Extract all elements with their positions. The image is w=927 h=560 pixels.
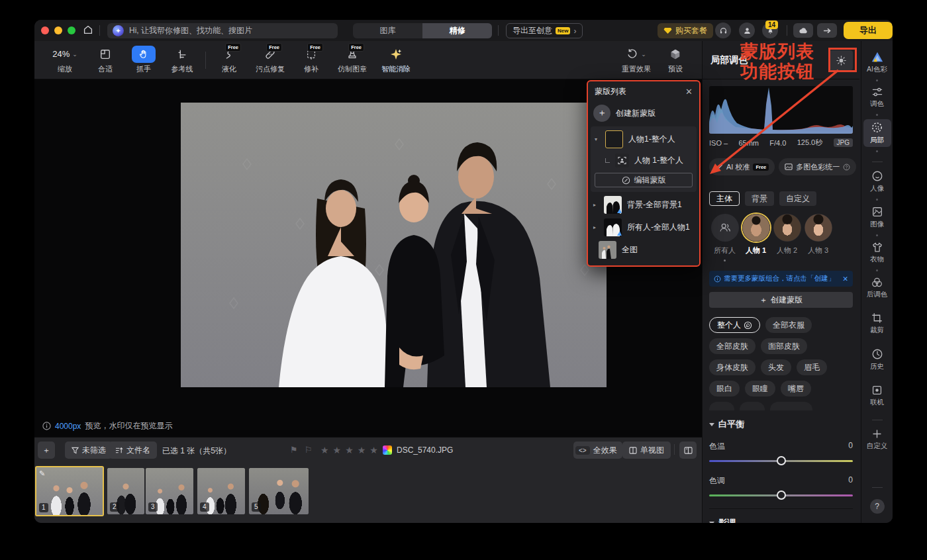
home-icon[interactable] bbox=[82, 24, 94, 38]
temp-slider-knob[interactable] bbox=[777, 456, 786, 465]
person-2-avatar[interactable] bbox=[773, 214, 801, 242]
sidebar-item-history[interactable]: 历史 bbox=[863, 346, 891, 373]
chip-lips[interactable]: 嘴唇 bbox=[781, 381, 811, 397]
sidebar-item-image[interactable]: 图像 bbox=[863, 204, 891, 231]
reset-effects-button[interactable]: ⌄ 重置效果 bbox=[614, 46, 658, 74]
support-button[interactable] bbox=[715, 23, 731, 38]
mask-group-row[interactable]: ▾ 人物1-整个人 bbox=[591, 128, 697, 150]
all-effects-toggle[interactable]: <> 全效果 bbox=[573, 442, 622, 459]
person-all[interactable]: 所有人 bbox=[709, 214, 740, 261]
thumbnail-1-selected[interactable]: ✎ 1 bbox=[35, 466, 104, 516]
filter-button[interactable]: 未筛选 bbox=[65, 442, 113, 459]
clipped-chip[interactable] bbox=[709, 402, 734, 410]
preview-size[interactable]: 4000px bbox=[55, 422, 81, 431]
banner-close-icon[interactable]: ✕ bbox=[842, 275, 848, 283]
tab-subject[interactable]: 主体 bbox=[709, 191, 740, 206]
sidebar-item-custom[interactable]: 自定义 bbox=[863, 426, 891, 453]
close-window-button[interactable] bbox=[41, 26, 49, 34]
share-export-button[interactable] bbox=[817, 23, 837, 38]
chip-all-skin[interactable]: 全部皮肤 bbox=[709, 338, 756, 354]
cloud-upload-button[interactable] bbox=[793, 23, 813, 38]
close-icon[interactable]: ✕ bbox=[685, 87, 693, 97]
background-mask-row[interactable]: ▸ 背景-全部背景1 bbox=[588, 193, 699, 216]
hand-tool[interactable]: 抓手 bbox=[124, 46, 163, 74]
thumbnail-5[interactable]: 5 bbox=[249, 468, 309, 514]
compare-view-button[interactable] bbox=[679, 442, 697, 459]
clone-stamp-tool[interactable]: Free 仿制图章 bbox=[330, 46, 374, 74]
sort-button[interactable]: 文件名 bbox=[109, 442, 157, 459]
star-icon[interactable]: ★ bbox=[333, 445, 342, 455]
temp-value[interactable]: 0 bbox=[848, 441, 853, 452]
clipped-chip[interactable] bbox=[770, 402, 812, 410]
all-people-mask-row[interactable]: ▸ 所有人-全部人物1 bbox=[588, 216, 699, 238]
add-photos-button[interactable]: ＋ bbox=[38, 442, 55, 459]
tone-section-header[interactable]: 影调 bbox=[709, 517, 853, 523]
sidebar-item-crop[interactable]: 裁剪 bbox=[863, 310, 891, 337]
sidebar-item-clothing[interactable]: 衣物 bbox=[863, 240, 891, 266]
tab-retouch[interactable]: 精修 bbox=[422, 23, 492, 38]
thumbnail-2[interactable]: 2 bbox=[107, 468, 144, 514]
ai-assistant-search[interactable]: ✦ Hi, 让我帮你修图、找功能、搜图片 bbox=[107, 23, 338, 38]
person-1[interactable]: 人物 1 bbox=[740, 214, 771, 261]
help-button[interactable]: ? bbox=[870, 499, 885, 514]
sidebar-item-portrait[interactable]: 人像 bbox=[863, 168, 891, 195]
tab-library[interactable]: 图库 bbox=[353, 23, 422, 38]
buy-plan-button[interactable]: 购买套餐 bbox=[658, 23, 713, 38]
maximize-window-button[interactable] bbox=[68, 26, 75, 34]
star-icon[interactable]: ★ bbox=[320, 445, 329, 455]
tint-slider-knob[interactable] bbox=[777, 490, 786, 500]
tab-custom[interactable]: 自定义 bbox=[779, 191, 816, 206]
zoom-control[interactable]: 24% ⌄ 缩放 bbox=[44, 46, 86, 74]
flag-pick-icon[interactable]: ⚑ bbox=[290, 445, 298, 455]
tint-slider[interactable] bbox=[709, 494, 853, 496]
disclosure-closed-icon[interactable]: ▸ bbox=[593, 224, 599, 230]
star-rating[interactable]: ★★★★★ bbox=[320, 444, 382, 456]
star-icon[interactable]: ★ bbox=[345, 445, 354, 455]
sidebar-item-tethering[interactable]: 联机 bbox=[863, 383, 891, 409]
sidebar-item-ai-color[interactable]: AI色彩 bbox=[863, 49, 891, 76]
person-3-avatar[interactable] bbox=[805, 214, 832, 242]
tint-value[interactable]: 0 bbox=[848, 475, 853, 487]
clipped-chip[interactable] bbox=[740, 402, 765, 410]
edit-mask-button[interactable]: 编辑蒙版 bbox=[595, 173, 693, 187]
color-label-icon[interactable] bbox=[383, 445, 392, 455]
mask-sub-row[interactable]: 人物 1-整个人 bbox=[591, 150, 697, 170]
temp-slider[interactable] bbox=[709, 460, 853, 462]
account-button[interactable] bbox=[739, 23, 755, 38]
chip-pupils[interactable]: 眼瞳 bbox=[745, 381, 775, 397]
thumbnail-3[interactable]: 3 bbox=[146, 468, 193, 514]
chip-face-skin[interactable]: 面部皮肤 bbox=[761, 338, 807, 354]
sidebar-item-color[interactable]: 调色 bbox=[863, 85, 891, 111]
sidebar-item-local[interactable]: 局部 bbox=[863, 119, 891, 147]
minimize-window-button[interactable] bbox=[54, 26, 62, 34]
chip-eye-whites[interactable]: 眼白 bbox=[709, 381, 740, 397]
full-image-row[interactable]: 全图 bbox=[588, 238, 699, 261]
flag-reject-icon[interactable]: ⚐ bbox=[305, 445, 313, 455]
spot-heal-tool[interactable]: Free 污点修复 bbox=[248, 46, 292, 74]
tab-background[interactable]: 背景 bbox=[745, 191, 774, 206]
all-people-avatar[interactable] bbox=[711, 214, 739, 242]
person-3[interactable]: 人物 3 bbox=[803, 214, 834, 261]
disclosure-open-icon[interactable]: ▾ bbox=[595, 136, 600, 142]
disclosure-closed-icon[interactable]: ▸ bbox=[593, 202, 599, 208]
star-icon[interactable]: ★ bbox=[369, 445, 378, 455]
chip-whole-person[interactable]: 整个人 bbox=[709, 317, 760, 333]
chip-hair[interactable]: 头发 bbox=[761, 359, 791, 375]
sidebar-item-post-color[interactable]: 后调色 bbox=[863, 275, 891, 301]
multi-image-color-button[interactable]: 多图色彩统一 bbox=[779, 158, 856, 175]
chip-all-clothes[interactable]: 全部衣服 bbox=[765, 317, 812, 333]
presets-button[interactable]: 预设 bbox=[658, 46, 693, 74]
chip-eyebrows[interactable]: 眉毛 bbox=[797, 359, 827, 375]
export-to-creative-button[interactable]: 导出至创意 New › bbox=[506, 23, 583, 38]
person-1-avatar[interactable] bbox=[742, 214, 770, 242]
photo-preview[interactable] bbox=[181, 103, 607, 387]
ai-calibrate-button[interactable]: AI 校准 Free bbox=[709, 158, 775, 175]
star-icon[interactable]: ★ bbox=[358, 445, 366, 455]
thumbnail-4[interactable]: 4 bbox=[197, 468, 245, 514]
guides-tool[interactable]: 参考线 bbox=[163, 46, 201, 74]
fit-tool[interactable]: 合适 bbox=[86, 46, 124, 74]
export-button[interactable]: 导出 bbox=[844, 22, 893, 39]
person-2[interactable]: 人物 2 bbox=[771, 214, 803, 261]
single-view-toggle[interactable]: 单视图 bbox=[622, 442, 671, 459]
chip-body-skin[interactable]: 身体皮肤 bbox=[709, 359, 756, 375]
